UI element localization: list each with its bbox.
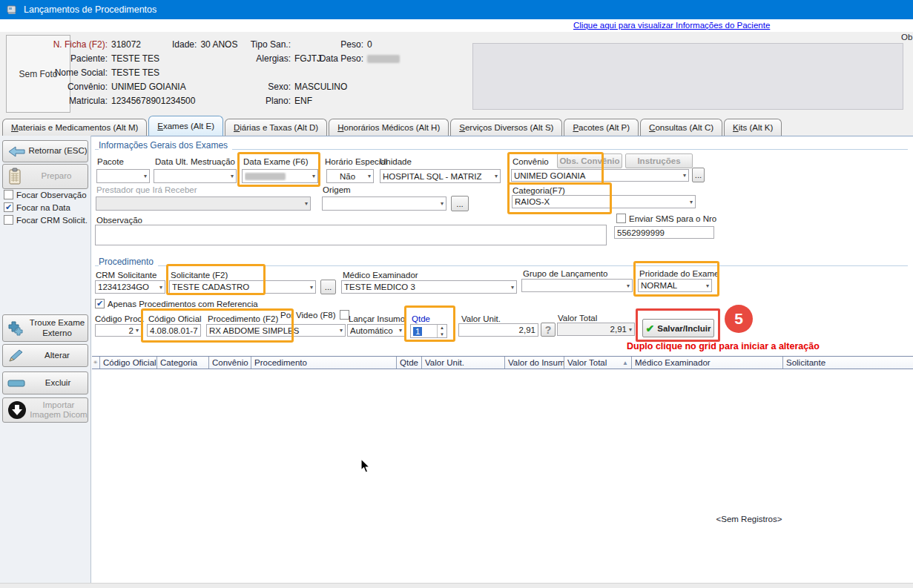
observacao-textarea[interactable] bbox=[95, 225, 607, 245]
enviar-sms-checkbox[interactable]: Enviar SMS para o Nro bbox=[616, 214, 716, 223]
plus-blocks-icon bbox=[7, 321, 24, 336]
tab-materiais[interactable]: Materiais e Medicamentos (Alt M) bbox=[2, 119, 147, 136]
col-medico-examinador[interactable]: Médico Examinador bbox=[632, 357, 783, 369]
tab-kits[interactable]: Kits (Alt K) bbox=[724, 119, 782, 136]
chevron-down-icon: ▾ bbox=[157, 284, 162, 291]
excluir-button[interactable]: Excluir bbox=[2, 371, 88, 394]
horario-especial-label: Horário Especial bbox=[325, 157, 387, 166]
alterar-button[interactable]: Alterar bbox=[2, 344, 88, 367]
chevron-down-icon: ▾ bbox=[397, 327, 402, 334]
valor-total-label: Valor Total bbox=[558, 314, 597, 323]
title-bar: Lançamentos de Procedimentos bbox=[0, 0, 913, 19]
qtde-stepper[interactable]: 1 ▲ ▼ bbox=[410, 324, 447, 338]
patient-info-link[interactable]: Clique aqui para visualizar Informações … bbox=[573, 21, 770, 30]
solicitante-browse-button[interactable]: ... bbox=[320, 280, 336, 294]
tab-diarias[interactable]: Diárias e Taxas (Alt D) bbox=[225, 119, 327, 136]
convenio-select[interactable]: UNIMED GOIANIA ▾ bbox=[511, 169, 689, 182]
apenas-referencia-checkbox[interactable]: Apenas Procedimentos com Referencia bbox=[95, 299, 258, 308]
section-title-exames: Informações Gerais dos Exames bbox=[99, 140, 232, 151]
importar-dicom-button[interactable]: ImportarImagem Dicom bbox=[2, 397, 88, 423]
patient-field-alergias: Alergias:FGJTJ bbox=[245, 53, 321, 64]
obs-convenio-button[interactable]: Obs. Convênio bbox=[557, 153, 622, 168]
col-convenio[interactable]: Convênio bbox=[209, 357, 251, 369]
codigo-oficial-input[interactable]: 4.08.08.01-7 bbox=[147, 324, 201, 337]
minus-bar-icon bbox=[7, 380, 25, 387]
origem-select[interactable]: ▾ bbox=[322, 196, 446, 211]
categoria-select[interactable]: RAIOS-X ▾ bbox=[512, 195, 696, 208]
data-exame-select[interactable]: ▾ bbox=[242, 169, 318, 183]
patient-field-ficha: N. Ficha (F2):318072 bbox=[21, 39, 141, 50]
unidade-select[interactable]: HOSPITAL SQL - MATRIZ ▾ bbox=[380, 169, 501, 183]
observacao-label: Observação bbox=[96, 216, 142, 225]
crm-solicitante-select[interactable]: 12341234GO ▾ bbox=[95, 280, 165, 294]
focar-observacao-checkbox[interactable]: Focar Observação bbox=[4, 190, 87, 199]
tab-consultas[interactable]: Consultas (Alt C) bbox=[640, 119, 722, 136]
unidade-label: Unidade bbox=[380, 157, 412, 166]
tab-exames[interactable]: Exames (Alt E) bbox=[148, 116, 223, 136]
lancar-insumo-select[interactable]: Automático ▾ bbox=[347, 324, 405, 337]
chevron-down-icon: ▾ bbox=[366, 173, 371, 179]
valor-unit-input[interactable]: 2,91 bbox=[458, 323, 538, 337]
medico-examinador-label: Médico Examinador bbox=[343, 271, 418, 280]
checkbox-checked bbox=[4, 202, 13, 212]
data-ult-mestruacao-select[interactable]: ▾ bbox=[154, 169, 237, 183]
prestador-select[interactable]: ▾ bbox=[96, 196, 311, 211]
col-valor-total[interactable]: Valor Total ▲ bbox=[564, 357, 632, 369]
col-valor-unit[interactable]: Valor Unit. bbox=[422, 357, 505, 369]
pacote-select[interactable]: ▾ bbox=[96, 169, 150, 183]
focar-na-data-checkbox[interactable]: Focar na Data bbox=[4, 202, 70, 212]
tab-servicos[interactable]: Serviços Diversos (Alt S) bbox=[450, 119, 562, 136]
window-bottom-edge bbox=[0, 583, 913, 588]
chevron-down-icon: ▾ bbox=[310, 173, 315, 179]
grupo-lancamento-select[interactable]: ▾ bbox=[521, 279, 633, 292]
col-categoria[interactable]: Categoria bbox=[157, 357, 209, 369]
solicitante-select[interactable]: TESTE CADASTRO ▾ bbox=[169, 280, 316, 294]
focar-crm-checkbox[interactable]: Focar CRM Solicit. bbox=[4, 215, 88, 225]
patient-field-matricula: Matricula:12345678901234500 bbox=[21, 96, 195, 106]
col-codigo-oficial[interactable]: Código Oficial bbox=[100, 357, 157, 369]
preparo-button[interactable]: Preparo bbox=[2, 164, 88, 189]
col-solicitante[interactable]: Solicitante bbox=[783, 357, 913, 369]
tab-pacotes[interactable]: Pacotes (Alt P) bbox=[564, 119, 639, 136]
patient-field-nome-social: Nome Social:TESTE TES bbox=[21, 67, 159, 78]
codigo-proc-label: Código Proc. bbox=[95, 314, 144, 323]
spin-down-icon[interactable]: ▼ bbox=[438, 331, 446, 338]
patient-field-paciente: Paciente:TESTE TES bbox=[21, 53, 159, 64]
instrucoes-button[interactable]: Instruções bbox=[625, 153, 693, 168]
help-button[interactable]: ? bbox=[541, 323, 556, 337]
col-valor-insumo[interactable]: Valor do Insumo bbox=[505, 357, 564, 369]
chevron-down-icon: ▾ bbox=[509, 284, 514, 291]
tab-honorarios[interactable]: Honorários Médicos (Alt H) bbox=[329, 119, 449, 136]
chevron-down-icon: ▾ bbox=[627, 326, 632, 333]
medico-examinador-select[interactable]: TESTE MEDICO 3 ▾ bbox=[341, 280, 517, 294]
tab-bar: Materiais e Medicamentos (Alt M) Exames … bbox=[2, 117, 782, 136]
salvar-incluir-button[interactable]: ✔ Salvar/Incluir bbox=[642, 319, 714, 337]
chevron-down-icon: ▾ bbox=[308, 284, 313, 291]
prioridade-select[interactable]: NORMAL ▾ bbox=[638, 279, 712, 292]
chevron-down-icon: ▾ bbox=[228, 173, 234, 179]
chevron-down-icon: ▾ bbox=[134, 327, 139, 334]
origem-browse-button[interactable]: ... bbox=[451, 196, 469, 211]
pacote-label: Pacote bbox=[97, 157, 124, 166]
link-strip bbox=[0, 19, 913, 32]
col-qtde[interactable]: Qtde bbox=[397, 357, 422, 369]
download-circle-icon bbox=[7, 400, 27, 420]
redacted-value bbox=[245, 173, 286, 180]
trouxe-exame-externo-button[interactable]: Trouxe ExameExterno bbox=[2, 314, 88, 342]
arrow-left-icon bbox=[7, 146, 25, 157]
codigo-proc-select[interactable]: 2 ▾ bbox=[95, 324, 142, 337]
patient-field-data-peso: Data Peso: bbox=[316, 53, 400, 64]
redacted-value bbox=[367, 55, 400, 63]
sms-number-input[interactable]: 5562999999 bbox=[614, 226, 714, 239]
col-procedimento[interactable]: Procedimento bbox=[251, 357, 397, 369]
convenio-browse-button[interactable]: ... bbox=[692, 168, 705, 182]
retornar-button[interactable]: Retornar (ESC) bbox=[2, 140, 88, 162]
categoria-label: Categoria(F7) bbox=[512, 186, 565, 195]
procedures-window: Lançamentos de Procedimentos Clique aqui… bbox=[0, 0, 913, 588]
prioridade-label: Prioridade do Exame bbox=[639, 269, 719, 278]
horario-especial-select[interactable]: Não ▾ bbox=[326, 169, 374, 183]
procedimento-select[interactable]: RX ABDOME SIMPLES ▾ bbox=[206, 324, 346, 337]
grid-body[interactable] bbox=[92, 369, 913, 583]
spin-up-icon[interactable]: ▲ bbox=[438, 325, 446, 331]
row-selector-icon: ✳ bbox=[93, 360, 98, 366]
